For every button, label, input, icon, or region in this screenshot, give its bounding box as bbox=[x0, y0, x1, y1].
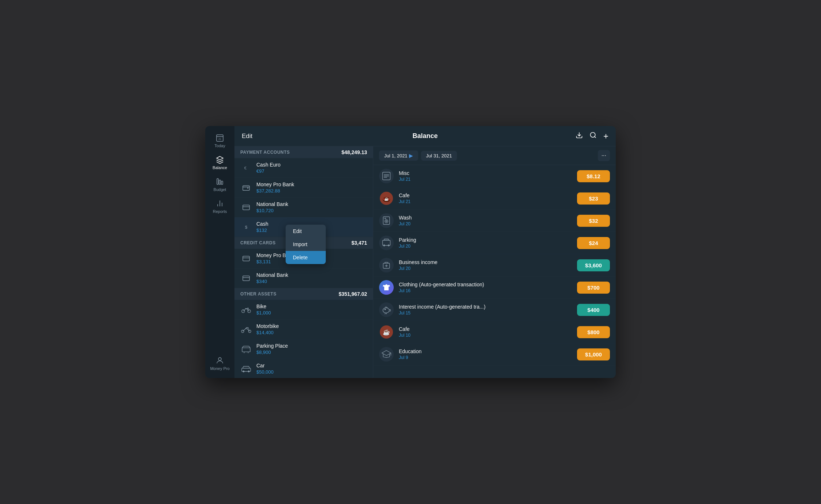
sidebar-item-balance[interactable]: Balance bbox=[205, 152, 234, 173]
context-menu-edit[interactable]: Edit bbox=[286, 225, 326, 238]
left-panel: PAYMENT ACCOUNTS $48,249.13 € Cash Euro … bbox=[234, 146, 373, 378]
account-motorbike[interactable]: Motorbike $14,400 bbox=[234, 320, 373, 339]
svg-rect-5 bbox=[221, 181, 223, 184]
account-parking-place[interactable]: Parking Place $8,900 bbox=[234, 339, 373, 359]
account-name-parking-place: Parking Place bbox=[256, 343, 367, 349]
transaction-education[interactable]: Education Jul 9 $1,000 bbox=[373, 343, 616, 366]
svg-rect-24 bbox=[242, 348, 250, 352]
transaction-cafe2[interactable]: ☕ Cafe Jul 10 $800 bbox=[373, 321, 616, 343]
svg-text:☕: ☕ bbox=[384, 196, 389, 201]
date-to-label: Jul 31, 2021 bbox=[426, 153, 452, 159]
svg-point-8 bbox=[590, 133, 595, 137]
download-icon[interactable] bbox=[576, 131, 583, 141]
payment-section-header: PAYMENT ACCOUNTS $48,249.13 bbox=[234, 146, 373, 158]
transaction-name-cafe2: Cafe bbox=[399, 326, 577, 332]
sidebar-item-today[interactable]: 21 Today bbox=[205, 130, 234, 152]
transaction-date-business-income: Jul 20 bbox=[399, 266, 577, 271]
transaction-info-clothing: Clothing (Auto-generated transaction) Ju… bbox=[399, 282, 577, 293]
sidebar: 21 Today Balance Budget bbox=[205, 126, 234, 378]
transaction-name-cafe1: Cafe bbox=[399, 192, 577, 198]
transaction-clothing[interactable]: Clothing (Auto-generated transaction) Ju… bbox=[373, 276, 616, 299]
right-panel: Jul 1, 2021 ▶ Jul 31, 2021 ··· bbox=[373, 146, 616, 378]
transaction-parking[interactable]: Parking Jul 20 $24 bbox=[373, 232, 616, 254]
account-name-motorbike: Motorbike bbox=[256, 323, 367, 329]
transaction-amount-cafe2: $800 bbox=[577, 326, 610, 338]
add-icon[interactable]: + bbox=[603, 131, 608, 141]
svg-rect-48 bbox=[383, 240, 390, 245]
account-amount-bike: $1,000 bbox=[256, 310, 367, 316]
svg-rect-4 bbox=[219, 180, 221, 184]
svg-line-25 bbox=[242, 346, 244, 348]
account-info-cash-euro: Cash Euro €97 bbox=[256, 162, 367, 174]
account-amount-parking-place: $8,900 bbox=[256, 350, 367, 355]
context-menu: Edit Import Delete bbox=[286, 225, 326, 264]
account-car[interactable]: Car $50,000 bbox=[234, 359, 373, 378]
page-title: Balance bbox=[412, 132, 438, 140]
sidebar-label-balance: Balance bbox=[213, 165, 227, 170]
account-name-national-bank-cc: National Bank bbox=[256, 272, 367, 278]
clothing-icon bbox=[379, 280, 394, 295]
transaction-cafe1[interactable]: ☕ Cafe Jul 21 $23 bbox=[373, 187, 616, 210]
sidebar-item-budget[interactable]: Budget bbox=[205, 173, 234, 195]
bike-icon bbox=[240, 304, 252, 316]
account-bike[interactable]: Bike $1,000 bbox=[234, 300, 373, 320]
transaction-amount-clothing: $700 bbox=[577, 282, 610, 294]
cafe-icon-1: ☕ bbox=[379, 191, 394, 206]
account-cash-euro[interactable]: € Cash Euro €97 bbox=[234, 158, 373, 178]
svg-point-55 bbox=[385, 309, 386, 310]
transaction-business-income[interactable]: Business income Jul 20 $3,600 bbox=[373, 254, 616, 276]
transaction-name-clothing: Clothing (Auto-generated transaction) bbox=[399, 282, 577, 287]
account-info-money-pro-bank: Money Pro Bank $37,282.88 bbox=[256, 182, 367, 194]
transaction-date-clothing: Jul 16 bbox=[399, 288, 577, 293]
sidebar-label-today: Today bbox=[214, 144, 225, 148]
card-icon-2 bbox=[240, 253, 252, 264]
transaction-amount-misc: $8.12 bbox=[577, 170, 610, 182]
svg-point-43 bbox=[385, 219, 388, 223]
account-amount-cash-euro: €97 bbox=[256, 168, 367, 174]
account-national-bank-cc[interactable]: National Bank $340 bbox=[234, 268, 373, 288]
app-window: 21 Today Balance Budget bbox=[205, 126, 616, 378]
transaction-date-misc: Jul 21 bbox=[399, 177, 577, 182]
account-info-national-bank: National Bank $10,720 bbox=[256, 201, 367, 213]
date-from-button[interactable]: Jul 1, 2021 ▶ bbox=[379, 150, 418, 161]
svg-point-6 bbox=[218, 358, 221, 360]
payment-section-title: PAYMENT ACCOUNTS bbox=[240, 150, 290, 155]
svg-text:$: $ bbox=[245, 225, 248, 229]
wallet-icon bbox=[240, 182, 252, 194]
transaction-amount-parking: $24 bbox=[577, 237, 610, 249]
date-to-button[interactable]: Jul 31, 2021 bbox=[421, 151, 457, 161]
transaction-amount-cafe1: $23 bbox=[577, 192, 610, 205]
context-menu-delete[interactable]: Delete bbox=[286, 251, 326, 264]
account-amount-car: $50,000 bbox=[256, 369, 367, 375]
account-info-car: Car $50,000 bbox=[256, 363, 367, 375]
transaction-info-cafe1: Cafe Jul 21 bbox=[399, 192, 577, 204]
search-icon[interactable] bbox=[589, 131, 597, 141]
account-amount-national-bank: $10,720 bbox=[256, 208, 367, 213]
account-money-pro-bank[interactable]: Money Pro Bank $37,282.88 bbox=[234, 178, 373, 198]
account-national-bank[interactable]: National Bank $10,720 bbox=[234, 198, 373, 217]
transaction-misc[interactable]: Misc Jul 21 $8.12 bbox=[373, 165, 616, 187]
more-button[interactable]: ··· bbox=[598, 150, 610, 161]
account-amount-motorbike: $14,400 bbox=[256, 330, 367, 335]
sidebar-item-reports[interactable]: Reports bbox=[205, 195, 234, 217]
transaction-wash[interactable]: Wash Jul 20 $32 bbox=[373, 210, 616, 232]
sidebar-item-money-pro[interactable]: Money Pro bbox=[205, 352, 234, 374]
card-icon-3 bbox=[240, 272, 252, 284]
account-info-parking-place: Parking Place $8,900 bbox=[256, 343, 367, 355]
transaction-name-business-income: Business income bbox=[399, 259, 577, 265]
transaction-interest-income[interactable]: Interest income (Auto-generated tra...) … bbox=[373, 299, 616, 321]
account-info-bike: Bike $1,000 bbox=[256, 303, 367, 316]
transaction-name-wash: Wash bbox=[399, 215, 577, 221]
svg-line-9 bbox=[595, 137, 596, 138]
euro-icon: € bbox=[240, 162, 252, 174]
date-arrow-icon: ▶ bbox=[409, 153, 413, 159]
transaction-info-interest-income: Interest income (Auto-generated tra...) … bbox=[399, 304, 577, 316]
edit-button[interactable]: Edit bbox=[242, 133, 252, 140]
context-menu-import[interactable]: Import bbox=[286, 238, 326, 251]
svg-line-26 bbox=[249, 346, 250, 348]
card-icon-1 bbox=[240, 202, 252, 213]
transactions-list: Misc Jul 21 $8.12 bbox=[373, 165, 616, 378]
transaction-info-parking: Parking Jul 20 bbox=[399, 237, 577, 249]
body-split: PAYMENT ACCOUNTS $48,249.13 € Cash Euro … bbox=[234, 146, 616, 378]
account-cash[interactable]: $ Cash $132 Edit Import Delete bbox=[234, 217, 373, 237]
